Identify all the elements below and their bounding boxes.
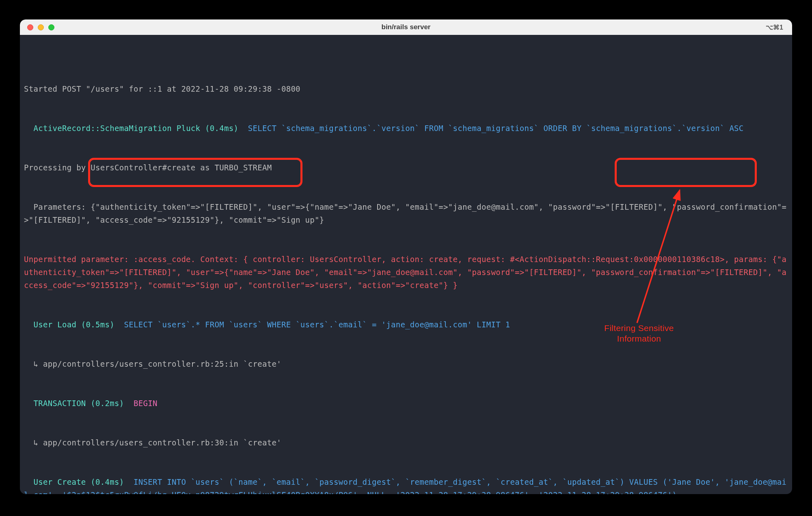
log-line: User Create (0.4ms) INSERT INTO `users` … [24, 475, 788, 494]
close-icon[interactable] [27, 24, 33, 30]
annotation-label: Filtering Sensitive Information [588, 323, 690, 344]
log-line: Started POST "/users" for ::1 at 2022-11… [24, 82, 788, 95]
log-line: ActiveRecord::SchemaMigration Pluck (0.4… [24, 122, 788, 135]
log-segment: User Create (0.4ms) [24, 477, 124, 486]
terminal-window: bin/rails server ⌥⌘1 Started POST "/user… [20, 19, 792, 494]
log-segment: BEGIN [124, 399, 158, 408]
log-segment: User Load (0.5ms) [24, 320, 114, 329]
log-line: ↳ app/controllers/users_controller.rb:25… [24, 357, 788, 370]
log-segment: SELECT `users`.* FROM `users` WHERE `use… [114, 320, 510, 329]
log-segment: TRANSACTION (0.2ms) [24, 399, 124, 408]
log-segment: ActiveRecord::SchemaMigration Pluck (0.4… [24, 124, 238, 133]
log-line: Parameters: {"authenticity_token"=>"[FIL… [24, 200, 788, 227]
window-title: bin/rails server [20, 23, 792, 31]
log-line: Processing by UsersController#create as … [24, 161, 788, 174]
zoom-icon[interactable] [48, 24, 54, 30]
window-shortcut-hint: ⌥⌘1 [766, 24, 783, 31]
log-line-warning: Unpermitted parameter: :access_code. Con… [24, 253, 788, 292]
log-line: TRANSACTION (0.2ms) BEGIN [24, 397, 788, 410]
window-titlebar[interactable]: bin/rails server ⌥⌘1 [20, 19, 792, 35]
log-segment: SELECT `schema_migrations`.`version` FRO… [238, 124, 743, 133]
traffic-lights [20, 24, 54, 30]
log-segment: INSERT INTO `users` (`name`, `email`, `p… [24, 477, 786, 494]
log-line: ↳ app/controllers/users_controller.rb:30… [24, 436, 788, 449]
minimize-icon[interactable] [38, 24, 44, 30]
terminal-body[interactable]: Started POST "/users" for ::1 at 2022-11… [20, 35, 792, 494]
